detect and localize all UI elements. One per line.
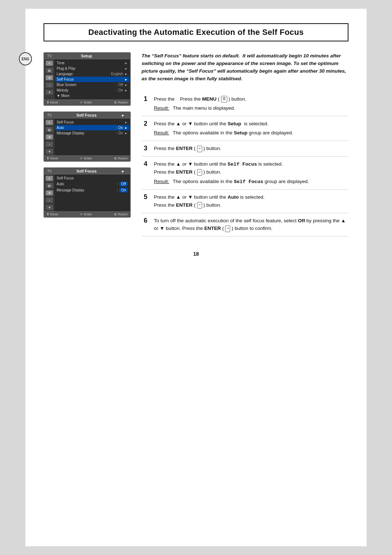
step-5-num: 5 bbox=[142, 190, 152, 213]
enter-symbol-4: ⏎ bbox=[197, 169, 202, 176]
step-5-content: Press the ▲ or ▼ button until the Auto i… bbox=[152, 190, 348, 213]
sf2-icon-4: ♪ bbox=[46, 198, 53, 203]
eng-label: ENG bbox=[21, 57, 29, 61]
tv-sf1-menu: Self Focus ► Auto : On ► Message Display bbox=[54, 118, 130, 155]
step-6-num: 6 bbox=[142, 213, 152, 236]
sf2-menu-selffocus: Self Focus bbox=[57, 175, 128, 181]
tv-screen-selffocus2: TV Self Focus ► ≡ ▤ ⚙ ♪ ✦ Self Focus bbox=[44, 167, 131, 218]
icon-2: ▤ bbox=[46, 68, 53, 73]
main-content: TV Setup ≡ ▤ ⚙ ♪ ✦ Time ► bbox=[44, 52, 348, 236]
intro-text: The “Self Focus” feature starts on defau… bbox=[142, 52, 348, 83]
tv-screen-setup-menu: Time ► Plug & Play ► Language : English … bbox=[54, 59, 130, 100]
step-2-num: 2 bbox=[142, 116, 152, 141]
sf1-icon-4: ♪ bbox=[46, 142, 53, 147]
sf2-icon-1: ≡ bbox=[46, 176, 53, 181]
step-4-num: 4 bbox=[142, 156, 152, 190]
tv-screen-setup-header: TV Setup bbox=[44, 53, 130, 59]
icon-3: ⚙ bbox=[46, 75, 53, 80]
sf1-menu-auto: Auto : On ► bbox=[55, 125, 129, 130]
auto-val-box: Off bbox=[119, 182, 128, 186]
menu-row-plug: Plug & Play ► bbox=[57, 66, 128, 71]
step-1-content: Press the Press the MENU ( ☰ ) button. R… bbox=[152, 92, 348, 116]
step-5-row: 5 Press the ▲ or ▼ button until the Auto… bbox=[142, 190, 348, 213]
step-3-content: Press the ENTER ( ⏎ ) button. bbox=[152, 141, 348, 157]
menu-symbol: ☰ bbox=[221, 96, 227, 102]
sf1-menu-selffocus: Self Focus ► bbox=[57, 119, 128, 125]
tv-screen-selffocus2-body: ≡ ▤ ⚙ ♪ ✦ Self Focus Auto : bbox=[44, 174, 130, 211]
menu-row-melody: Melody : On ► bbox=[57, 88, 128, 93]
menu-row-language: Language : English ► bbox=[57, 71, 128, 77]
right-column: The “Self Focus” feature starts on defau… bbox=[142, 52, 348, 236]
step-2-content: Press the ▲ or ▼ button until the Setup … bbox=[152, 116, 348, 141]
tv-sidebar-icons-1: ≡ ▤ ⚙ ♪ ✦ bbox=[44, 59, 54, 100]
steps-table: 1 Press the Press the MENU ( ☰ ) button.… bbox=[142, 92, 348, 236]
sf2-icon-3: ⚙ bbox=[46, 190, 53, 195]
tv-screen-selffocus1-header: TV Self Focus ► bbox=[44, 112, 130, 118]
tv-screen-setup: TV Setup ≡ ▤ ⚙ ♪ ✦ Time ► bbox=[44, 52, 131, 106]
tv-screen-setup-body: ≡ ▤ ⚙ ♪ ✦ Time ► Plug & Play ► bbox=[44, 59, 130, 100]
step-1-row: 1 Press the Press the MENU ( ☰ ) button.… bbox=[142, 92, 348, 116]
icon-5: ✦ bbox=[46, 90, 53, 95]
page: ENG Deactivating the Automatic Execution… bbox=[25, 9, 367, 546]
menu-row-selffocus: Self Focus ► bbox=[55, 77, 129, 82]
sf1-menu-msgdisplay: Message Display : On ► bbox=[57, 130, 128, 136]
page-number: 18 bbox=[44, 251, 348, 257]
tv-sf1-footer: ⇕ Move ↵ Enter ⊞ Return bbox=[44, 155, 130, 161]
tv-sf2-menu: Self Focus Auto : Off Message Display bbox=[54, 174, 130, 211]
step-2-result-text: The options available in the Setup group… bbox=[173, 129, 293, 137]
sf1-icon-2: ▤ bbox=[46, 127, 53, 132]
step-4-row: 4 Press the ▲ or ▼ button until the Self… bbox=[142, 156, 348, 190]
tv-sf2-tv-label: TV bbox=[47, 169, 52, 173]
left-column: TV Setup ≡ ▤ ⚙ ♪ ✦ Time ► bbox=[44, 52, 131, 236]
tv-sf2-footer: ⇕ Move ↵ Enter ⊞ Return bbox=[44, 211, 130, 217]
enter-symbol-5: ⏎ bbox=[197, 202, 202, 208]
step-6-row: 6 To turn off the automatic execution of… bbox=[142, 213, 348, 236]
tv-sf1-tv-label: TV bbox=[47, 113, 52, 117]
sf2-icon-5: ✦ bbox=[46, 205, 53, 210]
step-3-num: 3 bbox=[142, 141, 152, 157]
tv-sidebar-icons-3: ≡ ▤ ⚙ ♪ ✦ bbox=[44, 174, 54, 211]
enter-symbol-3: ⏎ bbox=[197, 146, 202, 152]
icon-1: ≡ bbox=[46, 61, 53, 66]
step-4-result-label: Result: bbox=[154, 178, 169, 186]
tv-sidebar-icons-2: ≡ ▤ ⚙ ♪ ✦ bbox=[44, 118, 54, 155]
tv-screen-selffocus1: TV Self Focus ► ≡ ▤ ⚙ ♪ ✦ Self Focus bbox=[44, 112, 131, 162]
step-2-result-label: Result: bbox=[154, 129, 169, 137]
step-1-result-text: The main menu is displayed. bbox=[173, 104, 235, 112]
tv-screen-selffocus1-body: ≡ ▤ ⚙ ♪ ✦ Self Focus ► Auto bbox=[44, 118, 130, 155]
tv-screen-selffocus2-header: TV Self Focus ► bbox=[44, 168, 130, 174]
step-4-result-text: The options available in the Self Focus … bbox=[173, 178, 309, 186]
menu-row-more: ▼ More bbox=[57, 93, 128, 98]
menu-row-bluescreen: Blue Screen : Off ► bbox=[57, 82, 128, 88]
msg-val-box: On bbox=[119, 188, 128, 193]
tv-sf1-title: Self Focus bbox=[52, 113, 121, 117]
enter-symbol-6: ⏎ bbox=[225, 226, 230, 232]
icon-4: ♪ bbox=[46, 82, 53, 88]
page-title: Deactivating the Automatic Execution of … bbox=[44, 23, 348, 41]
sf1-icon-5: ✦ bbox=[46, 149, 53, 154]
tv-sf2-title: Self Focus bbox=[52, 169, 121, 173]
step-4-content: Press the ▲ or ▼ button until the Self F… bbox=[152, 156, 348, 190]
step-1-result-label: Result: bbox=[154, 104, 169, 112]
step-2-row: 2 Press the ▲ or ▼ button until the Setu… bbox=[142, 116, 348, 141]
tv-screen-setup-footer: ⇕ Move ↵ Enter ⊞ Return bbox=[44, 100, 130, 105]
step-1-num: 1 bbox=[142, 92, 152, 116]
sf2-menu-msgdisplay: Message Display : On bbox=[57, 187, 128, 193]
sf2-icon-2: ▤ bbox=[46, 183, 53, 188]
sf1-icon-3: ⚙ bbox=[46, 134, 53, 139]
sf1-icon-1: ≡ bbox=[46, 120, 53, 125]
tv-screen-setup-tv-label: TV bbox=[47, 54, 52, 58]
step-3-row: 3 Press the ENTER ( ⏎ ) button. bbox=[142, 141, 348, 157]
tv-screen-setup-title: Setup bbox=[52, 54, 121, 58]
sf2-menu-auto: Auto : Off bbox=[57, 181, 128, 187]
eng-badge: ENG bbox=[19, 52, 32, 65]
step-6-content: To turn off the automatic execution of t… bbox=[152, 213, 348, 236]
menu-row-time: Time ► bbox=[57, 60, 128, 66]
